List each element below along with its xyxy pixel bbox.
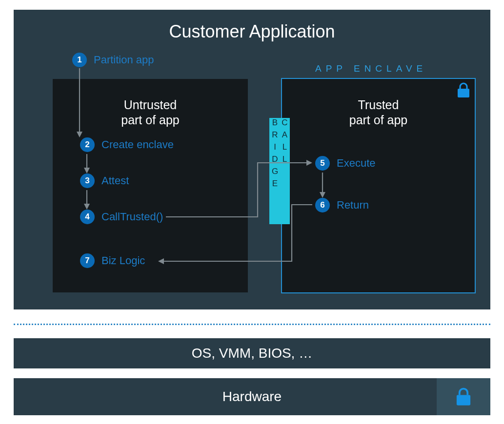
svg-marker-6 (84, 204, 90, 210)
dotted-divider (14, 324, 490, 325)
os-layer-bar: OS, VMM, BIOS, … (14, 338, 490, 368)
customer-application-panel: Customer Application 1 Partition app Unt… (14, 10, 490, 309)
svg-marker-9 (320, 192, 325, 198)
os-layer-label: OS, VMM, BIOS, … (192, 346, 312, 361)
lock-icon (455, 387, 472, 406)
svg-rect-11 (457, 395, 470, 405)
hardware-lock-region (437, 378, 490, 415)
hardware-layer-bar: Hardware (14, 378, 490, 415)
svg-marker-2 (77, 132, 82, 137)
svg-marker-4 (84, 168, 90, 173)
svg-marker-7 (306, 160, 312, 166)
hardware-layer-label: Hardware (222, 389, 282, 405)
flow-arrows (14, 10, 490, 309)
svg-marker-10 (158, 258, 164, 264)
